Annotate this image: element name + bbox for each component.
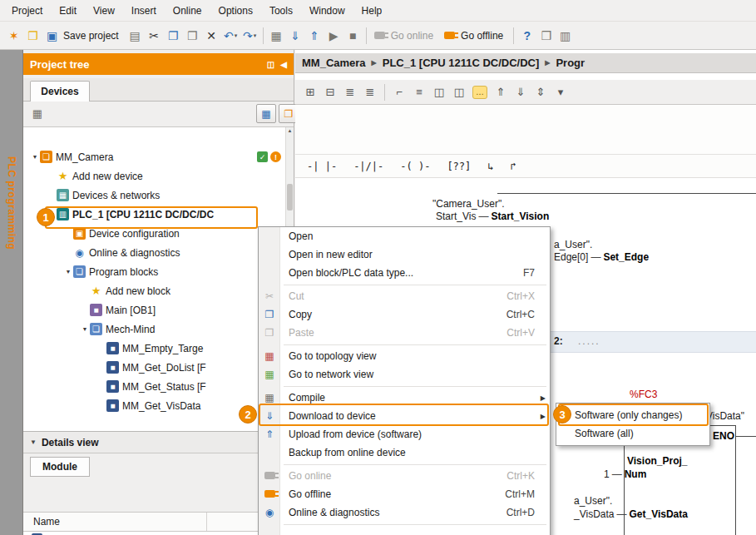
go-online-button[interactable]: Go online <box>391 30 433 42</box>
start-cpu-icon[interactable]: ▶ <box>324 26 343 45</box>
redo-dropdown-icon[interactable]: ▾ <box>254 32 257 39</box>
menu-edit[interactable]: Edit <box>51 2 85 20</box>
absolute-operands-icon[interactable]: ≡ <box>410 83 428 102</box>
menu-window[interactable]: Window <box>301 2 353 20</box>
menu-item-open[interactable]: Open <box>259 227 550 245</box>
block-address-fc3[interactable]: %FC3 <box>630 389 657 400</box>
device-overview-icon[interactable]: ▦ <box>256 104 276 123</box>
menu-item-open-in-new-editor[interactable]: Open in new editor <box>259 245 550 264</box>
coil-icon[interactable]: -( )- <box>400 161 430 172</box>
expander-icon[interactable]: ▼ <box>63 269 73 275</box>
tree-item-add-new-device[interactable]: ★ Add new device <box>23 166 286 186</box>
network-2-number[interactable]: 2: <box>554 335 563 347</box>
plc-programming-strip-label[interactable]: PLC programming <box>6 156 17 250</box>
resize-elements-icon[interactable]: ⇕ <box>531 83 550 102</box>
menu-online[interactable]: Online <box>165 2 210 20</box>
download-to-device-icon[interactable]: ⇓ <box>286 26 305 45</box>
submenu-item-software-only-changes[interactable]: Software (only changes) <box>556 406 709 424</box>
go-online-icon[interactable] <box>370 26 389 45</box>
operand-camera-user-edge[interactable]: a_User". <box>554 239 592 250</box>
menu-item-go-to-network-view[interactable]: ▦Go to network view <box>259 365 550 384</box>
accessible-devices-icon[interactable]: ? <box>517 26 536 45</box>
split-editor-vertical-icon[interactable]: ◫ <box>450 83 468 102</box>
tree-filter-icon[interactable]: ▦ <box>28 104 47 123</box>
scroll-up-icon[interactable]: ▲ <box>286 128 294 133</box>
tree-item-main-ob1[interactable]: ■ Main [OB1] <box>23 300 286 320</box>
window-split-icon[interactable]: ❒ <box>536 26 556 45</box>
tree-item-add-new-block[interactable]: ★ Add new block <box>23 281 286 300</box>
menu-item-go-offline[interactable]: Go offlineCtrl+M <box>259 485 550 503</box>
print-icon[interactable]: ▤ <box>126 26 145 45</box>
tree-item-online-diagnostics[interactable]: ◉ Online & diagnostics <box>23 243 286 262</box>
breadcrumb-program-blocks[interactable]: Progr <box>556 57 585 69</box>
menu-item-online-diagnostics[interactable]: ◉Online & diagnosticsCtrl+D <box>259 503 550 522</box>
pin-vision-proj-line1[interactable]: Vision_Proj_ <box>627 455 687 467</box>
no-contact-icon[interactable]: -| |- <box>307 161 337 172</box>
copy-icon[interactable]: ❐ <box>164 26 183 45</box>
next-error-icon[interactable]: ⇓ <box>511 83 530 102</box>
close-branch-icon[interactable]: ↱ <box>511 161 516 172</box>
menu-item-open-block-data-type[interactable]: Open block/PLC data type...F7 <box>259 264 550 282</box>
save-project-button[interactable]: Save project <box>63 30 119 42</box>
tree-item-mm-get-visdata[interactable]: ■ MM_Get_VisData <box>23 396 286 415</box>
breadcrumb-plc[interactable]: PLC_1 [CPU 1211C DC/DC/DC] <box>383 57 540 69</box>
operand-get-visdata-line1[interactable]: a_User". <box>574 495 612 507</box>
tree-item-mech-mind[interactable]: ▼ ❏ Mech-Mind <box>23 320 286 339</box>
collapse-all-networks-icon[interactable]: ≣ <box>361 83 379 102</box>
menu-tools[interactable]: Tools <box>261 2 301 20</box>
new-project-icon[interactable]: ✶ <box>4 26 23 45</box>
previous-error-icon[interactable]: ⇑ <box>492 83 510 102</box>
operand-camera-user[interactable]: "Camera_User". <box>432 198 505 210</box>
submenu-item-software-all[interactable]: Software (all) <box>556 424 709 443</box>
cut-icon[interactable]: ✂ <box>145 26 164 45</box>
tab-module[interactable]: Module <box>30 457 90 477</box>
menu-item-download-to-device[interactable]: ⇓Download to device▶ <box>259 407 550 425</box>
save-project-icon[interactable]: ▣ <box>42 26 62 45</box>
delete-icon[interactable]: ✕ <box>202 26 221 45</box>
paste-icon[interactable]: ❐ <box>183 26 202 45</box>
ladder-row-start-vision[interactable]: Start_Vis—Start_Vision <box>436 211 549 222</box>
nc-contact-icon[interactable]: -|/|- <box>353 161 383 172</box>
redo-icon[interactable]: ↷▾ <box>240 26 259 45</box>
empty-box-icon[interactable]: [??] <box>447 161 471 172</box>
expander-icon[interactable]: ▼ <box>80 326 90 332</box>
tree-item-program-blocks[interactable]: ▼ ❏ Program blocks <box>23 262 286 281</box>
insert-network-icon[interactable]: ⊞ <box>301 83 319 102</box>
menu-item-compile[interactable]: ▦Compile▶ <box>259 389 550 407</box>
ladder-row-set-edge[interactable]: Edge[0]—Set_Edge <box>554 251 649 263</box>
split-editor-horizontal-icon[interactable]: ◫ <box>430 83 448 102</box>
tree-item-mm-empty-target[interactable]: ■ MM_Empty_Targe <box>23 339 286 358</box>
open-branch-icon[interactable]: ↳ <box>487 161 493 172</box>
network-2-comment[interactable]: ..... <box>578 335 600 347</box>
menu-insert[interactable]: Insert <box>123 2 165 20</box>
go-offline-icon[interactable] <box>440 26 459 45</box>
tab-devices[interactable]: Devices <box>30 81 90 102</box>
menu-help[interactable]: Help <box>353 2 391 20</box>
details-view-header[interactable]: ▼ Details view <box>23 432 294 453</box>
menu-item-go-online[interactable]: Go onlineCtrl+K <box>259 467 550 485</box>
block-interface-area[interactable] <box>295 105 756 155</box>
tree-item-devices-networks[interactable]: ▦ Devices & networks <box>23 186 286 205</box>
menu-item-upload-from-device[interactable]: ⇑Upload from device (software) <box>259 425 550 443</box>
expander-icon[interactable]: ▼ <box>47 211 57 217</box>
menu-project[interactable]: Project <box>3 2 51 20</box>
menu-view[interactable]: View <box>85 2 123 20</box>
menu-options[interactable]: Options <box>210 2 261 20</box>
go-offline-button[interactable]: Go offline <box>461 30 503 42</box>
undo-dropdown-icon[interactable]: ▾ <box>235 32 238 39</box>
delete-network-icon[interactable]: ⊟ <box>321 83 339 102</box>
cross-reference-icon[interactable]: ▥ <box>556 26 575 45</box>
tree-item-mm-get-dolist[interactable]: ■ MM_Get_DoList [F <box>23 358 286 377</box>
tree-item-mm-get-status[interactable]: ■ MM_Get_Status [F <box>23 377 286 396</box>
upload-from-device-icon[interactable]: ⇑ <box>305 26 324 45</box>
collapse-panel-icon[interactable]: ◀ <box>280 60 287 69</box>
tree-item-mm-camera[interactable]: ▼ ❏ MM_Camera ✓! <box>23 147 286 166</box>
scrollbar-thumb[interactable] <box>287 184 293 211</box>
menu-item-copy[interactable]: ❐CopyCtrl+C <box>259 305 550 324</box>
breadcrumb-project[interactable]: MM_Camera <box>302 57 366 69</box>
tree-item-device-configuration[interactable]: ▣ Device configuration <box>23 224 286 243</box>
menu-item-backup-from-online-device[interactable]: Backup from online device <box>259 443 550 462</box>
goto-network-icon[interactable]: ⌐ <box>390 83 408 102</box>
compile-icon[interactable]: ▦ <box>267 26 286 45</box>
menu-item-go-to-topology-view[interactable]: ▦Go to topology view <box>259 347 550 365</box>
